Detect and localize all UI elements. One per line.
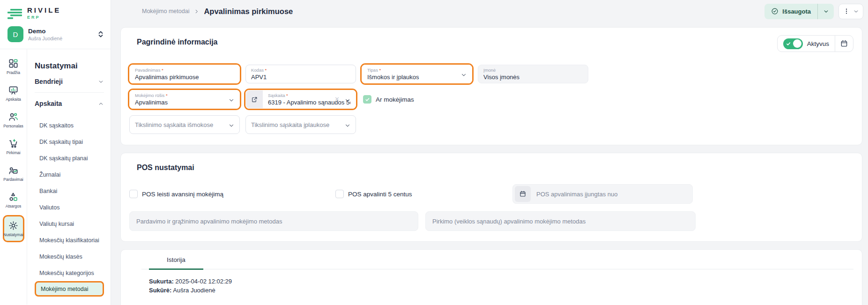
content: Pagrindinė informacija Aktyvus [111,22,868,305]
chart-board-icon [8,85,19,96]
menu-item-dk-saskaitos[interactable]: DK sąskaitos [35,117,104,134]
pavadinimas-field[interactable]: Pavadinimas * Apvalinimas pirkimuose [129,65,240,83]
required-mark: * [286,93,288,98]
section-title-general: Pagrindinė informacija [137,35,217,46]
rail-label: Pirkimai [6,150,20,155]
history-card: Istorija Sukurta: 2025-04-02 12:02:29 Su… [120,249,862,305]
mokejimo-rusis-select[interactable]: Mokėjimo rūšis * Apvalinimas [129,90,240,109]
pos-advance-checkbox-row[interactable]: POS leisti avansinį mokėjimą [129,190,335,198]
menu-item-mokejimo-metodai[interactable]: Mokėjimo metodai [35,281,104,297]
more-actions-button[interactable] [838,4,863,19]
rail-label: Nustatymai [3,232,23,237]
pos-round-checkbox-row[interactable]: POS apvalinti 5 centus [335,190,412,198]
topbar: Mokėjimo metodai Apvalinimas pirkimuose … [111,0,868,22]
settings-menu: Nustatymai Bendrieji Apskaita DK sąskait… [27,49,111,305]
tipas-select[interactable]: Tipas * Išmokos ir įplaukos [362,65,472,83]
menu-item-dk-saskaitu-planai[interactable]: DK sąskaitų planai [35,150,104,166]
breadcrumb-parent[interactable]: Mokėjimo metodai [142,8,189,15]
purchase-method-placeholder: Pirkimo (veiklos sąnaudų) apvalinimo mok… [432,218,586,225]
main-area: Mokėjimo metodai Apvalinimas pirkimuose … [111,0,868,305]
active-toggle-control[interactable]: Aktyvus [778,38,835,49]
field-mokejimo-rusis-highlight: Mokėjimo rūšis * Apvalinimas [128,89,241,110]
brand-tagline: ERP [27,15,61,20]
icon-rail: Pradžia Apskaita Personalas [0,49,27,305]
breadcrumb: Mokėjimo metodai Apvalinimas pirkimuose [142,7,293,16]
clear-icon[interactable]: ✕ [334,96,340,103]
menu-item-mokesciu-klasifikatoriai[interactable]: Mokesčių klasifikatoriai [35,232,104,248]
rail-item-nustatymai[interactable]: Nustatymai [3,215,24,242]
section-title-pos: POS nustatymai [137,161,853,172]
menu-group-apskaita[interactable]: Apskaita [35,93,104,114]
tab-istorija[interactable]: Istorija [149,250,203,270]
tikslinimo-iplaukose-select[interactable]: Tikslinimo sąskaita įplaukose [245,115,356,134]
active-toggle[interactable] [783,38,803,49]
chevron-down-icon [853,8,859,15]
menu-group-label: Bendrieji [35,78,63,85]
rail-item-atsargos[interactable]: Atsargos [2,188,25,212]
field-tikslinimo-iplaukose-wrap: Tikslinimo sąskaita įplaukose [244,114,357,135]
pos-date-placeholder: POS apvalinimas įjungtas nuo [536,191,617,198]
menu-item-bankai[interactable]: Bankai [35,183,104,199]
external-link-icon [251,96,258,103]
user-name: Demo [28,28,62,35]
rail-item-pradzia[interactable]: Pradžia [2,55,25,78]
menu-item-zurnalai[interactable]: Žurnalai [35,166,104,183]
calendar-icon [840,39,848,48]
pos-advance-label: POS leisti avansinį mokėjimą [142,191,223,198]
save-split-button[interactable]: Išsaugota [764,4,834,19]
field-tipas-highlight: Tipas * Išmokos ir įplaukos [360,63,474,85]
ar-mokejimas-checkbox-row[interactable]: Ar mokėjimas [363,95,414,104]
menu-group-label: Apskaita [35,100,62,107]
check-icon [786,41,791,46]
brand-logo[interactable]: RIVILE ERP [7,7,106,20]
sidebar-header: RIVILE ERP D Demo Aušra Juodienė [0,0,111,49]
workspace-selector[interactable]: D Demo Aušra Juodienė [7,26,106,42]
pos-round-checkbox[interactable] [335,190,344,198]
sales-method-placeholder: Pardavimo ir grąžinimo apvalinimo mokėji… [136,218,282,225]
pos-round-label: POS apvalinti 5 centus [348,191,412,198]
rail-item-pirkimai[interactable]: Pirkimai [2,135,25,158]
tikslinimo-iplaukose-placeholder: Tikslinimo sąskaita įplaukose [251,118,350,131]
rail-label: Pardavimai [3,177,23,182]
rail-item-personalas[interactable]: Personalas [2,108,25,132]
menu-item-valiutu-kursai[interactable]: Valiutų kursai [35,216,104,232]
chevron-right-icon [194,9,199,14]
tikslinimo-ismokose-select[interactable]: Tikslinimo sąskaita išmokose [129,115,240,134]
menu-title: Nustatymai [35,61,104,71]
saved-button[interactable]: Išsaugota [764,7,817,15]
menu-item-valiutos[interactable]: Valiutos [35,199,104,216]
rail-item-pardavimai[interactable]: Pardavimai [2,162,25,185]
field-tikslinimo-ismokose-wrap: Tikslinimo sąskaita išmokose [128,114,241,135]
history-details: Sukurta: 2025-04-02 12:02:29 Sukūrė: Auš… [149,269,853,295]
history-created-line: Sukurta: 2025-04-02 12:02:29 [149,277,853,286]
rail-label: Apskaita [6,97,21,102]
menu-item-mokesciu-kategorijos[interactable]: Mokesčių kategorijos [35,265,104,281]
pos-rounding-date-field[interactable]: POS apvalinimas įjungtas nuo [512,184,693,204]
required-mark: * [166,93,168,98]
kodas-field[interactable]: Kodas * APV1 [245,65,356,83]
imone-value: Visos įmonės [483,74,583,81]
rail-item-apskaita[interactable]: Apskaita [2,82,25,105]
pos-advance-checkbox[interactable] [129,190,138,198]
menu-item-dk-saskaitu-tipai[interactable]: DK sąskaitų tipai [35,134,104,150]
mokejimo-rusis-value: Apvalinimas [135,99,234,106]
menu-group-bendrieji[interactable]: Bendrieji [35,71,104,92]
created-value: 2025-04-02 12:02:29 [175,278,232,285]
menu-item-mokesciu-klases[interactable]: Mokesčių klasės [35,248,104,265]
tikslinimo-ismokose-placeholder: Tikslinimo sąskaita išmokose [135,118,234,131]
chevron-up-icon [98,101,104,107]
toggle-knob [793,39,801,48]
save-menu-caret[interactable] [818,4,834,19]
open-account-button[interactable] [246,90,263,108]
field-label: Tipas [367,67,378,73]
people-icon [8,112,19,122]
ar-mokejimas-checkbox[interactable] [363,95,371,104]
history-created-by-line: Sukūrė: Aušra Juodienė [149,286,853,295]
field-label: Pavadinimas [135,67,160,73]
calendar-icon-button[interactable] [515,186,531,202]
imone-field: Įmonė Visos įmonės [478,65,588,83]
rail-label: Pradžia [7,70,20,75]
saskaita-select[interactable]: Sąskaita * 6319 - Apvalinimo sąnaudos 5c… [245,90,356,109]
created-by-value: Aušra Juodienė [173,287,215,294]
activity-calendar-button[interactable] [835,35,853,52]
